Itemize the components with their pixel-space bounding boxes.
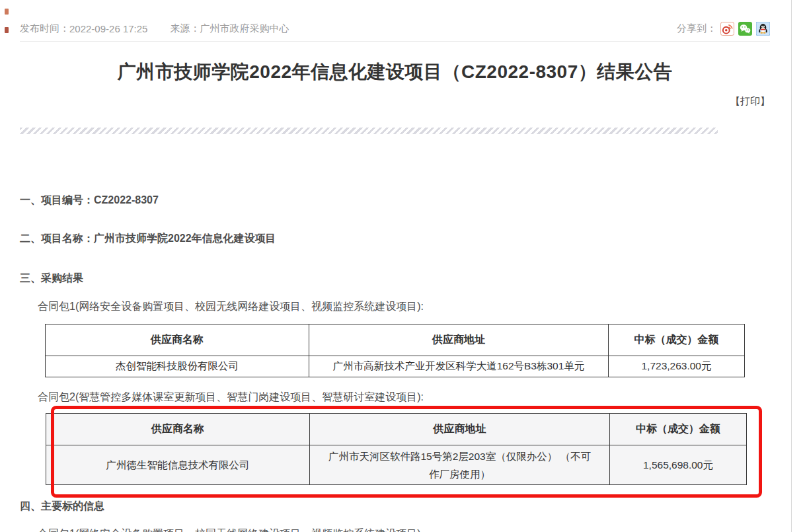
package2-result-table: 供应商名称 供应商地址 中标（成交）金额 广州德生智能信息技术有限公司 广州市天… (46, 413, 747, 485)
table-row: 广州德生智能信息技术有限公司 广州市天河区软件路15号第2层203室（仅限办公）… (46, 445, 747, 485)
package2-intro: 合同包2(智慧管控多媒体课室更新项目、智慧门岗建设项目、智慧研讨室建设项目): (38, 391, 424, 404)
publish-time-value: 2022-09-26 17:25 (69, 23, 147, 34)
section-main-subject-info: 四、主要标的信息 (20, 500, 104, 513)
table-header-row: 供应商名称 供应商地址 中标（成交）金额 (46, 414, 747, 445)
section-project-name: 二、项目名称：广州市技师学院2022年信息化建设项目 (20, 232, 276, 246)
announcement-page: { "meta": { "publish_label": "发布时间：", "p… (0, 0, 805, 532)
supplier-address-cell: 广州市天河区软件路15号第2层203室（仅限办公） （不可作厂房使用） (310, 445, 610, 485)
hatched-divider (20, 128, 718, 134)
share-bar: 分享到： (677, 22, 770, 36)
section-project-number: 一、项目编号：CZ2022-8307 (20, 194, 159, 208)
supplier-address-cell: 广州市高新技术产业开发区科学大道162号B3栋301单元 (309, 356, 609, 377)
award-amount-cell: 1,723,263.00元 (609, 356, 745, 377)
page-right-border (791, 0, 792, 532)
wechat-share-icon[interactable] (738, 22, 752, 36)
left-edge-artifact-top (5, 9, 9, 15)
supplier-name-header: 供应商名称 (46, 324, 309, 356)
source-label: 来源： (170, 22, 200, 35)
package1-intro: 合同包1(网络安全设备购置项目、校园无线网络建设项目、视频监控系统建设项目): (38, 300, 424, 314)
share-label: 分享到： (677, 22, 716, 35)
award-amount-header: 中标（成交）金额 (609, 324, 745, 356)
supplier-address-header: 供应商地址 (310, 414, 610, 445)
table-row: 杰创智能科技股份有限公司 广州市高新技术产业开发区科学大道162号B3栋301单… (46, 356, 745, 377)
meta-bar: 发布时间： 2022-09-26 17:25 来源： 广州市政府采购中心 分享到… (20, 21, 770, 36)
qq-share-icon[interactable] (756, 22, 770, 36)
source-value: 广州市政府采购中心 (200, 22, 289, 35)
table-header-row: 供应商名称 供应商地址 中标（成交）金额 (46, 324, 745, 356)
print-button[interactable]: 【打印】 (730, 95, 770, 108)
left-edge-artifact-bottom (5, 27, 9, 33)
supplier-name-cell: 杰创智能科技股份有限公司 (46, 356, 309, 377)
weibo-share-icon[interactable] (720, 22, 734, 36)
bottom-partial-text: 合同包1(网络安全设备购置项目、校园无线网络建设项目、视频监控系统建设项目) (38, 527, 421, 532)
supplier-name-header: 供应商名称 (46, 414, 310, 445)
award-amount-cell: 1,565,698.00元 (610, 445, 747, 485)
supplier-address-header: 供应商地址 (309, 324, 609, 356)
publish-time-label: 发布时间： (20, 22, 69, 35)
package1-result-table: 供应商名称 供应商地址 中标（成交）金额 杰创智能科技股份有限公司 广州市高新技… (45, 324, 745, 377)
supplier-name-cell: 广州德生智能信息技术有限公司 (46, 445, 310, 485)
page-title: 广州市技师学院2022年信息化建设项目（CZ2022-8307）结果公告 (20, 59, 770, 85)
award-amount-header: 中标（成交）金额 (610, 414, 747, 445)
header-divider (20, 41, 770, 42)
section-procurement-result: 三、采购结果 (20, 272, 83, 285)
